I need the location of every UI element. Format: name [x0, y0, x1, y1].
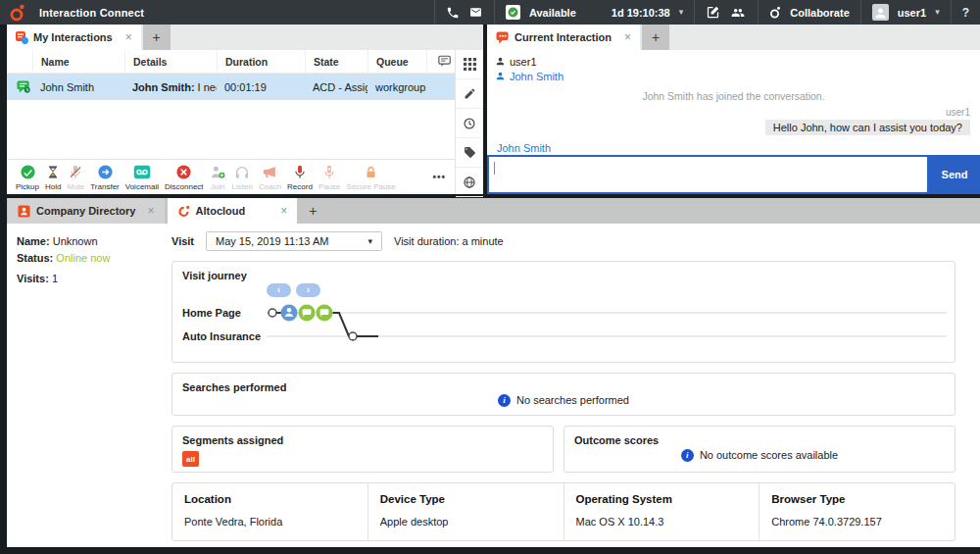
- col-state[interactable]: State: [305, 50, 368, 73]
- coach-icon: [262, 164, 278, 181]
- toolbar-overflow-button[interactable]: •••: [427, 172, 451, 182]
- collaborate-button[interactable]: Collaborate: [758, 0, 860, 25]
- record-button[interactable]: Record: [284, 164, 316, 191]
- journey-node-start[interactable]: [269, 309, 276, 317]
- tag-icon[interactable]: [456, 138, 483, 168]
- close-icon[interactable]: ×: [147, 204, 154, 218]
- journey-row-label: Auto Insurance: [182, 325, 261, 348]
- message-author: user1: [497, 107, 970, 118]
- user-menu[interactable]: user1 ▾: [860, 0, 951, 25]
- journey-node-visitor[interactable]: [281, 305, 298, 322]
- journey-node-chat-1[interactable]: [299, 305, 316, 322]
- participant-agent[interactable]: user1: [495, 54, 972, 69]
- tab-my-interactions[interactable]: My Interactions ×: [7, 25, 141, 50]
- journey-prev-button[interactable]: ‹: [267, 283, 291, 297]
- segments-title: Segments assigned: [172, 427, 553, 446]
- col-queue[interactable]: Queue: [368, 50, 426, 73]
- voicemail-icon: [133, 164, 151, 181]
- add-tab-button[interactable]: +: [143, 25, 171, 50]
- secure-pause-button[interactable]: Secure Pause: [344, 164, 399, 191]
- journey-timeline: [267, 301, 947, 352]
- altocloud-content: Name: Unknown Status: Online now Visits:…: [7, 224, 980, 547]
- listen-button[interactable]: Listen: [229, 164, 256, 191]
- close-icon[interactable]: ×: [280, 204, 287, 218]
- chevron-down-icon[interactable]: ▾: [679, 8, 684, 17]
- interactions-table-header: Name Details Duration State Queue: [7, 50, 455, 74]
- pencil-icon[interactable]: [456, 79, 483, 109]
- header-icon-col: [7, 50, 32, 73]
- tab-label: My Interactions: [33, 31, 113, 43]
- tab-company-directory[interactable]: Company Directory ×: [8, 198, 165, 224]
- globe-icon[interactable]: [456, 168, 483, 197]
- hold-hourglass-icon: [46, 164, 60, 181]
- avatar: [872, 4, 889, 21]
- col-name[interactable]: Name: [32, 50, 124, 73]
- close-icon[interactable]: ×: [624, 30, 631, 44]
- visitor-details-box: Location Ponte Vedra, Florida Device Typ…: [172, 482, 956, 541]
- interaction-row-john-smith[interactable]: John Smith John Smith: I need so... 00:0…: [7, 74, 455, 100]
- status-label: Status:: [17, 252, 53, 264]
- view-options-strip: [455, 50, 483, 194]
- compose-icon[interactable]: [706, 5, 720, 20]
- journey-node-chat-2[interactable]: [317, 305, 333, 322]
- help-button[interactable]: ?: [962, 6, 969, 20]
- right-tab-bar: Current Interaction × +: [487, 25, 980, 50]
- send-button[interactable]: Send: [929, 155, 980, 194]
- tab-altocloud[interactable]: Altocloud ×: [168, 198, 298, 224]
- grid-view-icon[interactable]: [456, 50, 483, 79]
- visit-journey-box: Visit journey ‹ › Home Page Auto Insuran…: [172, 261, 956, 363]
- chevron-down-icon: ▾: [935, 8, 940, 17]
- name-value: Unknown: [53, 235, 98, 247]
- chevron-right-icon: ›: [307, 285, 310, 295]
- journey-next-button[interactable]: ›: [296, 283, 320, 297]
- status-selector[interactable]: Available 1d 19:10:38 ▾: [494, 0, 694, 25]
- info-icon: i: [498, 394, 511, 407]
- participant-customer[interactable]: John Smith: [495, 69, 972, 83]
- outcomes-empty-text: No outcome scores available: [700, 449, 838, 461]
- tab-label: Company Directory: [36, 205, 135, 217]
- chat-message-input[interactable]: [487, 155, 929, 194]
- people-icon[interactable]: [729, 6, 747, 20]
- chat-response-icon[interactable]: [426, 50, 455, 73]
- visit-selector-row: Visit May 15, 2019 11:13 AM ▾ Visit dura…: [172, 229, 956, 253]
- segment-badge: all: [182, 451, 199, 467]
- disconnect-icon: [175, 164, 192, 181]
- close-icon[interactable]: ×: [125, 30, 132, 44]
- add-tab-button[interactable]: +: [642, 25, 669, 50]
- person-icon: [495, 71, 506, 81]
- transfer-icon: [97, 164, 114, 181]
- detail-browser-type: Browser Type Chrome 74.0.3729.157: [759, 483, 955, 540]
- join-icon: [210, 164, 226, 181]
- voicemail-button[interactable]: Voicemail: [122, 164, 162, 191]
- mute-button[interactable]: Mute: [64, 164, 87, 191]
- text-caret: [494, 162, 495, 175]
- col-details[interactable]: Details: [124, 50, 217, 73]
- phone-icon[interactable]: [446, 6, 460, 20]
- pause-button[interactable]: Pause: [316, 164, 344, 191]
- visits-label: Visits:: [17, 273, 49, 284]
- hold-button[interactable]: Hold: [42, 164, 64, 191]
- add-tab-button[interactable]: +: [299, 198, 326, 224]
- chat-input-row: Send: [487, 155, 980, 194]
- my-interactions-icon: [16, 31, 28, 44]
- record-icon: [292, 164, 308, 181]
- mail-icon[interactable]: [468, 6, 483, 19]
- call-controls-toolbar: Pickup Hold Mute Transfer Voicemail: [7, 159, 455, 194]
- chat-transcript: John Smith has joined the conversation. …: [487, 85, 980, 155]
- disconnect-button[interactable]: Disconnect: [162, 164, 207, 191]
- history-icon[interactable]: [456, 109, 483, 138]
- transfer-button[interactable]: Transfer: [87, 164, 122, 191]
- journey-node-auto-insurance[interactable]: [349, 332, 357, 340]
- tab-current-interaction[interactable]: Current Interaction ×: [487, 25, 640, 50]
- visit-select[interactable]: May 15, 2019 11:13 AM ▾: [206, 231, 382, 251]
- genesys-logo-icon: [9, 4, 25, 22]
- pickup-button[interactable]: Pickup: [13, 164, 42, 191]
- join-button[interactable]: Join: [207, 164, 229, 191]
- current-interaction-panel: Current Interaction × + user1 John Smith…: [487, 25, 980, 194]
- system-message: John Smith has joined the conversation.: [497, 90, 970, 102]
- top-bar: Interaction Connect Available 1d 19:10:3…: [0, 0, 980, 25]
- coach-button[interactable]: Coach: [256, 164, 284, 191]
- col-duration[interactable]: Duration: [217, 50, 305, 73]
- left-tab-bar: My Interactions × +: [7, 25, 483, 50]
- participants-list: user1 John Smith: [487, 50, 980, 85]
